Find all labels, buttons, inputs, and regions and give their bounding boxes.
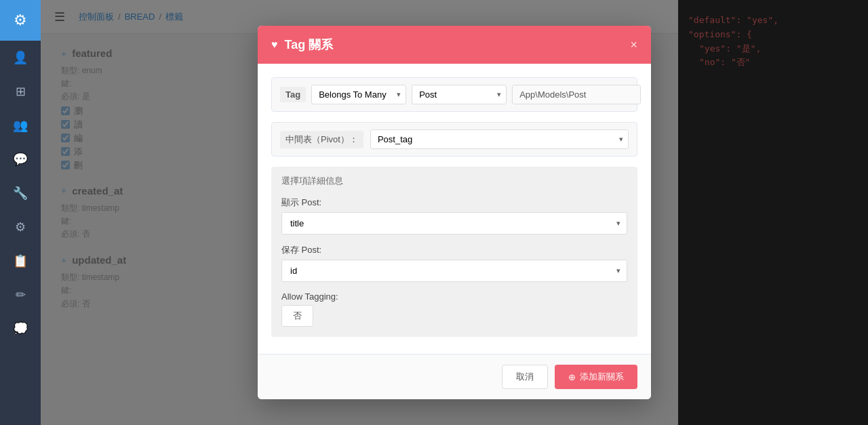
logo-icon: ⚙ xyxy=(14,12,27,29)
sidebar-logo[interactable]: ⚙ xyxy=(0,0,41,41)
allow-tagging-toggle[interactable]: 否 xyxy=(281,305,313,327)
sidebar-item-settings[interactable]: ⚙ xyxy=(0,210,41,244)
modal-close-button[interactable]: × xyxy=(630,39,637,51)
relation-tag-label: Tag xyxy=(280,87,306,102)
users-icon: 👥 xyxy=(13,118,28,133)
relation-model-path-input[interactable] xyxy=(512,85,641,104)
pivot-select-wrapper: Post_tag user_tag xyxy=(370,129,629,149)
save-field-label: 保存 Post: xyxy=(281,244,627,256)
allow-tagging-field: Allow Tagging: 否 xyxy=(281,291,627,327)
tools-icon: 🔧 xyxy=(13,186,28,201)
display-field-label: 顯示 Post: xyxy=(281,197,627,209)
modal-dialog: ♥ Tag 關系 × Tag Belongs To Many Has One H… xyxy=(258,26,651,399)
pivot-row: 中間表（Pivot）： Post_tag user_tag xyxy=(271,122,637,157)
sidebar: ⚙ 👤 ⊞ 👥 💬 🔧 ⚙ 📋 ✏ 💭 xyxy=(0,0,41,425)
modal-title: Tag 關系 xyxy=(285,37,624,53)
sidebar-item-users[interactable]: 👥 xyxy=(0,108,41,142)
display-select[interactable]: title id slug name xyxy=(281,212,627,235)
modal-body: Tag Belongs To Many Has One Has Many Bel… xyxy=(258,64,651,354)
detail-section: 選擇項詳細信息 顯示 Post: title id slug name xyxy=(271,167,637,337)
modal-overlay: ♥ Tag 關系 × Tag Belongs To Many Has One H… xyxy=(41,0,868,425)
display-select-wrapper: title id slug name xyxy=(281,212,627,235)
sidebar-item-avatar[interactable]: 👤 xyxy=(0,41,41,75)
save-select-wrapper: id title slug xyxy=(281,260,627,282)
sidebar-item-edit[interactable]: ✏ xyxy=(0,278,41,312)
sidebar-item-layers[interactable]: 📋 xyxy=(0,244,41,278)
bubble-icon: 💭 xyxy=(13,321,28,336)
cancel-button[interactable]: 取消 xyxy=(502,365,548,389)
layers-icon: 📋 xyxy=(13,254,28,268)
modal-footer: 取消 ⊕ 添加新關系 xyxy=(258,354,651,399)
detail-section-title: 選擇項詳細信息 xyxy=(281,175,627,187)
add-relation-label: 添加新關系 xyxy=(580,371,624,383)
pivot-select[interactable]: Post_tag user_tag xyxy=(370,129,629,149)
heart-icon: ♥ xyxy=(271,39,278,51)
relation-type-wrapper: Belongs To Many Has One Has Many Belongs… xyxy=(311,85,406,104)
main-area: ☰ 控制面板 / BREAD / 標籤 👤 ▾ + featured 類型: e… xyxy=(41,0,868,425)
relation-type-select[interactable]: Belongs To Many Has One Has Many Belongs… xyxy=(311,85,406,104)
pivot-label: 中間表（Pivot）： xyxy=(280,131,363,148)
modal-header: ♥ Tag 關系 × xyxy=(258,26,651,64)
save-field: 保存 Post: id title slug xyxy=(281,244,627,282)
edit-icon: ✏ xyxy=(16,287,26,302)
save-select[interactable]: id title slug xyxy=(281,260,627,282)
relation-model-wrapper: Post User Category xyxy=(412,85,507,104)
sidebar-item-home[interactable]: ⊞ xyxy=(0,75,41,108)
avatar-icon: 👤 xyxy=(13,50,28,65)
sidebar-item-tools[interactable]: 🔧 xyxy=(0,176,41,210)
sidebar-item-chat[interactable]: 💬 xyxy=(0,142,41,176)
allow-tagging-label: Allow Tagging: xyxy=(281,291,627,302)
home-icon: ⊞ xyxy=(16,84,26,99)
add-relation-icon: ⊕ xyxy=(568,372,576,382)
settings-icon: ⚙ xyxy=(15,220,26,235)
relation-row: Tag Belongs To Many Has One Has Many Bel… xyxy=(271,77,637,112)
relation-model-select[interactable]: Post User Category xyxy=(412,85,507,104)
display-field: 顯示 Post: title id slug name xyxy=(281,197,627,235)
sidebar-item-bubble[interactable]: 💭 xyxy=(0,312,41,346)
chat-icon: 💬 xyxy=(13,152,28,167)
add-relation-button[interactable]: ⊕ 添加新關系 xyxy=(555,365,637,389)
